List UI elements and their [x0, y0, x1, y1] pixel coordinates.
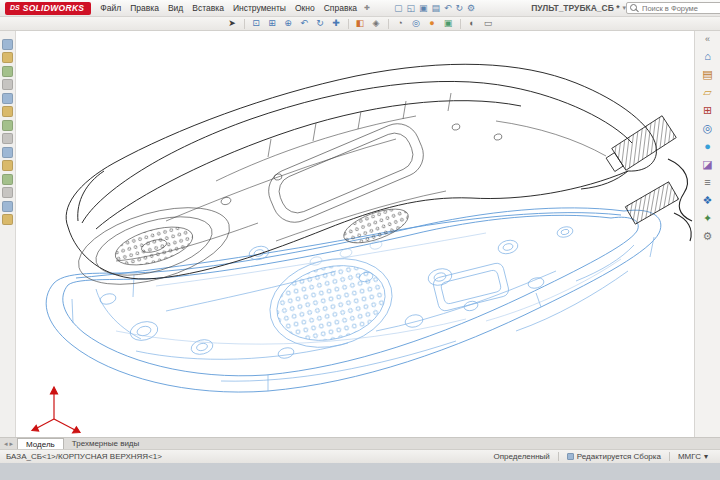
assembly-features-icon[interactable] [2, 133, 13, 144]
cable-connector-lower [625, 182, 691, 241]
menu-insert[interactable]: Вставка [192, 3, 224, 13]
status-edit-mode-text: Редактируется Сборка [577, 452, 661, 461]
design-library-icon[interactable]: ▤ [702, 69, 712, 80]
sketch-icon[interactable] [2, 201, 13, 212]
edit-appearance-icon[interactable]: ● [426, 18, 439, 30]
menu-file[interactable]: Файл [100, 3, 121, 13]
pan-icon[interactable]: ✚ [330, 18, 343, 30]
solidworks-logo: DS SOLIDWORKS [5, 2, 91, 15]
menu-view[interactable]: Вид [168, 3, 183, 13]
status-selection: БАЗА_СБ<1>/КОРПУСНАЯ ВЕРХНЯЯ<1> [6, 452, 162, 461]
search-input[interactable] [642, 4, 720, 13]
toolbar-separator [244, 19, 245, 29]
options-icon[interactable]: ⚙ [467, 4, 475, 13]
exploded-view-icon[interactable] [2, 174, 13, 185]
assembly-mode-icon [567, 453, 574, 460]
camera-icon[interactable]: ▭ [482, 18, 495, 30]
assembly-icon[interactable] [2, 39, 13, 50]
reference-geometry-icon[interactable] [2, 147, 13, 158]
rotate-view-icon[interactable]: ↻ [314, 18, 327, 30]
display-style-icon[interactable]: ◔ [394, 18, 407, 30]
quick-access-toolbar: ▢ ◱ ▣ ▤ ↶ ↻ ⚙ [394, 4, 475, 13]
home-icon[interactable]: ⌂ [704, 51, 711, 62]
menu-edit[interactable]: Правка [130, 3, 159, 13]
left-feature-toolbar [0, 31, 16, 437]
solidworks-window: DS SOLIDWORKS Файл Правка Вид Вставка Ин… [0, 0, 720, 463]
units-chevron-icon: ▾ [704, 452, 708, 461]
document-title-text: ПУЛЬТ_ТРУБКА_СБ * [531, 3, 619, 13]
model-wireframe [16, 31, 694, 437]
undo-icon[interactable]: ↶ [444, 4, 452, 13]
forum-icon[interactable]: ❖ [703, 195, 713, 206]
open-document-icon[interactable]: ◱ [406, 4, 415, 13]
tab-scroll-left-icon[interactable]: ◂ [4, 440, 8, 448]
new-document-icon[interactable]: ▢ [394, 4, 403, 13]
zoom-fit-icon[interactable]: ⊡ [250, 18, 263, 30]
toolbar-separator [388, 19, 389, 29]
toolbox-icon[interactable]: ⊞ [703, 105, 712, 116]
bill-of-materials-icon[interactable] [2, 160, 13, 171]
file-explorer-icon[interactable]: ▱ [703, 87, 711, 98]
zoom-in-out-icon[interactable]: ⊕ [282, 18, 295, 30]
print-icon[interactable]: ▤ [431, 4, 440, 13]
main-menu: Файл Правка Вид Вставка Инструменты Окно… [100, 3, 357, 13]
status-separator [558, 452, 559, 461]
document-title: ПУЛЬТ_ТРУБКА_СБ * ▾ [531, 3, 626, 13]
solidworks-resources-icon[interactable]: ✦ [703, 213, 712, 224]
status-separator [669, 452, 670, 461]
apply-scene-icon[interactable]: ▣ [442, 18, 455, 30]
evaluate-icon[interactable] [2, 214, 13, 225]
rebuild-icon[interactable]: ↻ [456, 4, 464, 13]
view-toolbar: ➤ ⊡ ⊞ ⊕ ↶ ↻ ✚ ◧ ◈ ◔ ◎ ● ▣ ◐ ▭ [0, 17, 720, 31]
status-bar: БАЗА_СБ<1>/КОРПУСНАЯ ВЕРХНЯЯ<1> Определе… [0, 449, 720, 463]
toolbar-separator [460, 19, 461, 29]
menu-tools[interactable]: Инструменты [233, 3, 286, 13]
graphics-viewport[interactable] [16, 31, 694, 437]
toolbar-separator [348, 19, 349, 29]
collapse-pane-icon[interactable]: « [705, 35, 710, 44]
search-icon [630, 4, 639, 13]
tab-scroll-right-icon[interactable]: ▸ [10, 440, 14, 448]
status-edit-mode: Редактируется Сборка [567, 452, 661, 461]
select-tool-icon[interactable]: ➤ [226, 18, 239, 30]
custom-properties-icon[interactable]: ≡ [704, 177, 710, 188]
search-field[interactable] [626, 2, 720, 14]
hide-show-items-icon[interactable]: ◎ [410, 18, 423, 30]
ds-logo-icon: DS [10, 4, 20, 11]
status-state: Определенный [494, 452, 550, 461]
section-view-icon[interactable]: ◧ [354, 18, 367, 30]
task-pane: « ⌂ ▤ ▱ ⊞ ◎ ● ◪ ≡ ❖ ✦ ⚙ [694, 31, 720, 437]
logo-text: SOLIDWORKS [23, 3, 85, 13]
move-component-icon[interactable] [2, 106, 13, 117]
tab-3d-views[interactable]: Трехмерные виды [64, 438, 148, 449]
zoom-area-icon[interactable]: ⊞ [266, 18, 279, 30]
pin-menu-icon[interactable]: ✚ [364, 4, 370, 12]
decals-icon[interactable]: ◪ [702, 159, 712, 170]
menu-help[interactable]: Справка [324, 3, 357, 13]
tab-scroll-buttons: ◂ ▸ [0, 440, 17, 448]
status-units[interactable]: ММГС ▾ [678, 452, 708, 461]
instant-3d-icon[interactable] [2, 187, 13, 198]
search-area: ▾ ? [626, 2, 720, 14]
menu-window[interactable]: Окно [295, 3, 315, 13]
insert-components-icon[interactable] [2, 52, 13, 63]
status-units-text: ММГС [678, 452, 701, 461]
origin-triad [32, 387, 80, 433]
appearances-icon[interactable]: ● [704, 141, 711, 152]
menu-bar: DS SOLIDWORKS Файл Правка Вид Вставка Ин… [0, 0, 720, 17]
view-settings-icon[interactable]: ◐ [466, 18, 479, 30]
document-tab-bar: ◂ ▸ Модель Трехмерные виды [0, 437, 720, 449]
mate-icon[interactable] [2, 66, 13, 77]
show-hidden-icon[interactable] [2, 120, 13, 131]
smart-fasteners-icon[interactable] [2, 93, 13, 104]
previous-view-icon[interactable]: ↶ [298, 18, 311, 30]
status-right-group: Определенный Редактируется Сборка ММГС ▾ [494, 452, 708, 461]
tab-model[interactable]: Модель [17, 438, 64, 449]
save-icon[interactable]: ▣ [419, 4, 428, 13]
view-orientation-icon[interactable]: ◈ [370, 18, 383, 30]
view-palette-icon[interactable]: ◎ [703, 123, 713, 134]
pane-settings-icon[interactable]: ⚙ [703, 231, 713, 242]
component-pattern-icon[interactable] [2, 79, 13, 90]
